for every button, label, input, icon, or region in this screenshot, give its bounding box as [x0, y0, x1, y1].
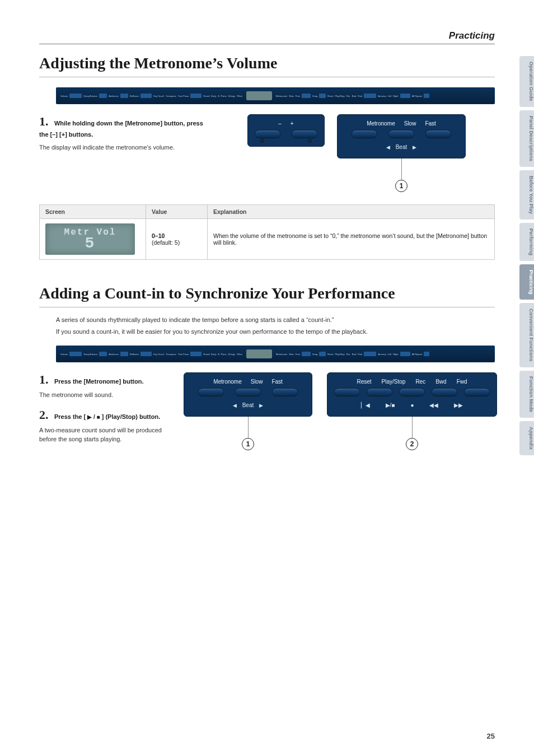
tab-convenient-functions[interactable]: Convenient Functions [519, 303, 534, 367]
minus-button[interactable] [255, 130, 280, 138]
callout-1b: 1 [242, 438, 254, 450]
step-number-1: 1. [39, 114, 49, 128]
side-tabs: Operation Guide Panel Descriptions Befor… [519, 56, 534, 455]
play-stop-icon: ▶ / ■ [87, 414, 100, 420]
fwd-icon: ▶▶ [454, 402, 463, 408]
reset-label: Reset [357, 379, 371, 385]
value-default: (default: 5) [152, 239, 202, 246]
intro-line1: A series of sounds rhythmically played t… [56, 315, 495, 325]
play-label: Play/Stop [382, 379, 406, 385]
beat-left-icon: ◀ [386, 144, 390, 150]
reset-icon: ▏◀ [361, 402, 370, 408]
panel-strip-illustration-1: Volume Song Balance Ambience Brilliance … [56, 87, 495, 104]
table-row: Metr Vol 5 0–10 (default: 5) When the vo… [40, 219, 495, 260]
callout-2b: 2 [406, 438, 418, 450]
fast-button-b[interactable] [272, 388, 298, 396]
th-explanation: Explanation [208, 205, 495, 219]
beat-right-icon-b: ▶ [259, 403, 263, 408]
cluster-metronome-a: Metronome Slow Fast ◀ Beat ▶ [337, 114, 466, 158]
step-1-title: While holding down the [Metronome] butto… [39, 120, 203, 138]
section-a-title: Adjusting the Metronome’s Volume [39, 54, 495, 77]
step-b1-title: Press the [Metronome] button. [54, 378, 144, 385]
rec-label: Rec [415, 379, 425, 385]
lcd-screen: Metr Vol 5 [45, 223, 135, 255]
bwd-icon: ◀◀ [429, 402, 438, 408]
slow-button[interactable] [388, 130, 414, 138]
beat-left-icon-b: ◀ [233, 403, 237, 408]
beat-label-b: Beat [242, 402, 254, 408]
step-b2-title: Press the [ ▶ / ■ ] (Play/Stop) button. [54, 413, 160, 420]
intro-line2: If you sound a count-in, it will be easi… [56, 327, 495, 337]
bwd-button[interactable] [432, 388, 457, 396]
metronome-button-b[interactable] [198, 388, 224, 396]
tab-appendix[interactable]: Appendix [519, 421, 534, 455]
metronome-label-b: Metronome [213, 379, 242, 385]
beat-label: Beat [396, 144, 407, 150]
tab-performing[interactable]: Performing [519, 223, 534, 261]
tab-before-you-play[interactable]: Before You Play [519, 170, 534, 220]
tab-operation-guide[interactable]: Operation Guide [519, 56, 534, 107]
section-header: Practicing [449, 30, 495, 41]
step-b1-body: The metronome will sound. [39, 390, 174, 400]
page-number: 25 [487, 732, 495, 740]
tab-practicing[interactable]: Practicing [519, 264, 534, 300]
plus-label: + [291, 120, 294, 127]
cluster-metronome-b: Metronome Slow Fast ◀ Beat ▶ [184, 372, 312, 417]
section-b-title: Adding a Count-in to Synchronize Your Pe… [39, 284, 495, 307]
play-stop-button[interactable] [367, 388, 392, 396]
plus-button[interactable] [292, 130, 317, 138]
fast-button[interactable] [425, 130, 451, 138]
value-range: 0–10 [152, 232, 202, 239]
lcd-line2: 5 [85, 236, 96, 250]
minus-label: – [278, 120, 282, 127]
tab-panel-descriptions[interactable]: Panel Descriptions [519, 110, 534, 167]
fast-label-b: Fast [271, 379, 282, 385]
cluster-minus-plus: – + [247, 114, 325, 147]
step-b2-body: A two-measure count sound will be produc… [39, 426, 174, 444]
fwd-button[interactable] [464, 388, 490, 396]
metronome-label: Metronome [367, 120, 395, 127]
bwd-label: Bwd [435, 379, 446, 385]
beat-right-icon: ▶ [413, 144, 416, 150]
rec-icon: ● [410, 402, 414, 408]
tab-function-mode[interactable]: Function Mode [519, 371, 534, 418]
step-number-b2: 2. [39, 408, 49, 422]
slow-label-b: Slow [251, 379, 263, 385]
slow-button-b[interactable] [235, 388, 261, 396]
step-1-body: The display will indicate the metronome’… [39, 143, 207, 152]
callout-1a: 1 [395, 180, 407, 192]
cluster-transport: Reset Play/Stop Rec Bwd Fwd ▏◀ [327, 372, 497, 417]
metronome-button[interactable] [352, 130, 377, 138]
step-number-b1: 1. [39, 372, 49, 386]
panel-strip-illustration-2: Volume Song Balance Ambience Brilliance … [56, 346, 495, 362]
spec-table: Screen Value Explanation Metr Vol 5 0–10… [39, 204, 495, 260]
diagram-a: – + Metronome Slow Fast [218, 114, 495, 192]
play-icon: ▶/■ [386, 402, 395, 408]
fwd-label: Fwd [457, 379, 467, 385]
reset-button[interactable] [334, 388, 360, 396]
th-value: Value [146, 205, 208, 219]
rec-button[interactable] [399, 388, 425, 396]
slow-label: Slow [404, 120, 416, 127]
explanation-text: When the volume of the metronome is set … [208, 219, 495, 260]
fast-label: Fast [425, 120, 435, 127]
th-screen: Screen [40, 205, 146, 219]
